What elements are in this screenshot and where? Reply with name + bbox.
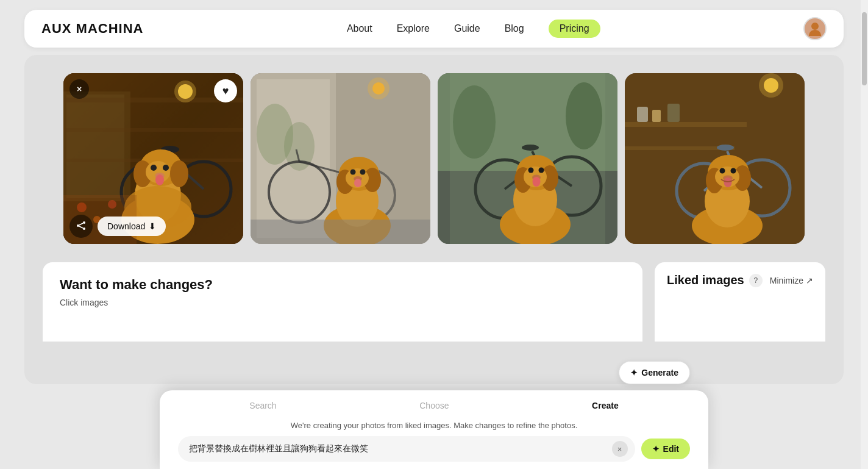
image-card-1[interactable]: × ♥ (63, 73, 243, 244)
svg-point-58 (354, 179, 361, 187)
liked-title-row: Liked images ? (667, 273, 763, 287)
svg-line-36 (79, 226, 83, 228)
svg-point-79 (539, 168, 544, 173)
prompt-bar[interactable]: 把背景替換成在樹林裡並且讓狗狗看起來在微笑 × (178, 436, 635, 462)
svg-point-78 (528, 168, 534, 173)
edit-button[interactable]: ✦ Edit (641, 439, 690, 459)
liked-panel: Liked images ? Minimize ↗ (655, 262, 825, 342)
svg-point-33 (77, 224, 79, 227)
svg-point-0 (811, 23, 819, 30)
nav-links: About Explore Guide Blog Pricing (347, 20, 600, 38)
image-card-2[interactable] (251, 73, 430, 244)
image-grid: × ♥ (43, 73, 825, 244)
svg-rect-7 (63, 128, 243, 132)
prompt-clear-button[interactable]: × (612, 441, 628, 457)
toolbar-tabs: Search Choose Create (178, 399, 690, 412)
svg-point-26 (155, 174, 164, 185)
svg-point-64 (453, 85, 496, 159)
svg-rect-59 (251, 220, 430, 244)
svg-point-81 (533, 177, 541, 187)
scrollbar-thumb[interactable] (862, 12, 867, 85)
svg-rect-86 (637, 107, 648, 122)
svg-point-96 (717, 145, 734, 151)
svg-point-10 (174, 81, 196, 102)
card-close-button[interactable]: × (69, 79, 89, 99)
prompt-text: 把背景替換成在樹林裡並且讓狗狗看起來在微笑 (189, 443, 606, 454)
changes-title: Want to make changes? (60, 277, 625, 293)
generate-sparkle-icon: ✦ (630, 368, 638, 378)
navbar-wrapper: AUX MACHINA About Explore Guide Blog Pri… (0, 0, 868, 55)
edit-label: Edit (663, 444, 679, 454)
nav-link-about[interactable]: About (347, 23, 372, 34)
svg-point-32 (83, 221, 85, 224)
download-icon: ⬇ (149, 221, 156, 231)
svg-point-103 (720, 168, 725, 174)
toolbar-message: We're creating your photos from liked im… (178, 417, 690, 436)
nav-link-guide[interactable]: Guide (454, 23, 480, 34)
image-card-4[interactable] (625, 73, 805, 244)
share-button[interactable] (69, 215, 93, 238)
liked-info-icon[interactable]: ? (749, 274, 763, 287)
nav-link-pricing[interactable]: Pricing (549, 20, 600, 38)
scrollbar[interactable] (861, 0, 868, 469)
bottom-ui: ✦ Generate Search Choose Create We're cr… (160, 390, 708, 469)
minimize-icon: ↗ (806, 276, 813, 285)
tab-create[interactable]: Create (585, 399, 626, 412)
svg-point-65 (566, 82, 602, 149)
minimize-button[interactable]: Minimize ↗ (770, 276, 813, 285)
svg-point-21 (170, 160, 188, 187)
svg-rect-84 (625, 122, 747, 127)
generate-label: Generate (641, 368, 678, 378)
bottom-ui-card: ✦ Generate Search Choose Create We're cr… (160, 390, 708, 469)
clear-icon: × (617, 445, 622, 454)
nav-link-explore[interactable]: Explore (397, 23, 430, 34)
svg-point-34 (83, 227, 85, 230)
user-avatar[interactable] (803, 17, 827, 40)
card-heart-button[interactable]: ♥ (214, 79, 237, 102)
nav-link-blog[interactable]: Blog (505, 23, 524, 34)
svg-point-104 (731, 168, 736, 174)
tab-choose[interactable]: Choose (412, 399, 456, 412)
main-content: × ♥ (24, 55, 844, 384)
navbar: AUX MACHINA About Explore Guide Blog Pri… (24, 10, 844, 48)
edit-sparkle-icon: ✦ (652, 444, 660, 454)
svg-point-55 (350, 170, 356, 175)
generate-button[interactable]: ✦ Generate (619, 361, 690, 384)
logo[interactable]: AUX MACHINA (41, 21, 143, 37)
svg-point-71 (522, 145, 539, 151)
download-label: Download (107, 221, 145, 231)
tab-search[interactable]: Search (242, 399, 283, 412)
svg-point-56 (360, 170, 366, 175)
svg-rect-88 (667, 104, 680, 122)
svg-point-23 (151, 165, 157, 171)
svg-point-44 (368, 77, 390, 99)
close-icon: × (77, 84, 82, 94)
svg-point-90 (759, 73, 783, 98)
download-button[interactable]: Download ⬇ (98, 217, 166, 236)
heart-icon: ♥ (222, 85, 229, 98)
svg-point-29 (77, 202, 87, 212)
svg-rect-87 (652, 110, 661, 122)
changes-subtitle: Click images (60, 298, 625, 307)
minimize-label: Minimize (770, 276, 803, 285)
card-action-row: Download ⬇ (69, 215, 237, 238)
changes-panel: Want to make changes? Click images (43, 262, 642, 342)
svg-point-31 (108, 200, 116, 209)
share-icon (76, 221, 86, 232)
liked-title: Liked images (667, 273, 744, 287)
svg-point-24 (163, 165, 169, 171)
image-card-3[interactable] (438, 73, 617, 244)
toolbar-bottom-row: 把背景替換成在樹林裡並且讓狗狗看起來在微笑 × ✦ Edit (178, 436, 690, 462)
svg-line-35 (79, 223, 83, 225)
liked-header: Liked images ? Minimize ↗ (667, 273, 813, 287)
